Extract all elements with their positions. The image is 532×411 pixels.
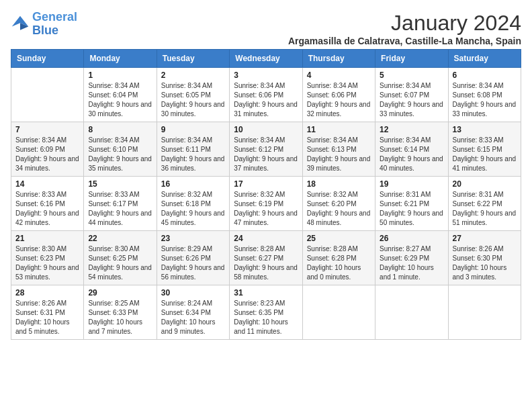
calendar-cell: 1Sunrise: 8:34 AMSunset: 6:04 PMDaylight… [84,68,157,122]
calendar-cell: 10Sunrise: 8:34 AMSunset: 6:12 PMDayligh… [230,122,302,177]
day-number: 23 [161,234,225,243]
day-number: 31 [234,288,298,298]
day-info: Sunrise: 8:27 AMSunset: 6:29 PMDaylight:… [380,244,443,282]
day-number: 25 [307,234,371,243]
calendar-header-wednesday: Wednesday [230,50,302,68]
day-info: Sunrise: 8:34 AMSunset: 6:06 PMDaylight:… [307,81,371,119]
page-header: General Blue January 2024 Argamasilla de… [11,11,521,46]
calendar-week-row: 1Sunrise: 8:34 AMSunset: 6:04 PMDaylight… [11,68,521,122]
calendar-cell: 7Sunrise: 8:34 AMSunset: 6:09 PMDaylight… [11,122,84,177]
calendar-cell: 5Sunrise: 8:34 AMSunset: 6:07 PMDaylight… [375,68,448,122]
day-info: Sunrise: 8:34 AMSunset: 6:08 PMDaylight:… [453,81,517,119]
calendar-cell: 2Sunrise: 8:34 AMSunset: 6:05 PMDaylight… [157,68,229,122]
day-number: 29 [88,288,152,298]
calendar-header-sunday: Sunday [11,50,84,68]
calendar-cell: 13Sunrise: 8:33 AMSunset: 6:15 PMDayligh… [448,122,521,177]
calendar-cell: 15Sunrise: 8:33 AMSunset: 6:17 PMDayligh… [84,177,157,231]
calendar-cell: 22Sunrise: 8:30 AMSunset: 6:25 PMDayligh… [84,231,157,285]
calendar-cell: 24Sunrise: 8:28 AMSunset: 6:27 PMDayligh… [230,231,302,285]
calendar-week-row: 21Sunrise: 8:30 AMSunset: 6:23 PMDayligh… [11,231,521,285]
day-info: Sunrise: 8:30 AMSunset: 6:23 PMDaylight:… [15,244,79,282]
calendar-cell [11,68,84,122]
day-number: 20 [453,179,517,189]
calendar-cell [448,285,521,340]
calendar-cell: 28Sunrise: 8:26 AMSunset: 6:31 PMDayligh… [11,285,84,340]
day-info: Sunrise: 8:34 AMSunset: 6:09 PMDaylight:… [15,136,79,173]
calendar-cell: 30Sunrise: 8:24 AMSunset: 6:34 PMDayligh… [157,285,229,340]
title-block: January 2024 Argamasilla de Calatrava, C… [288,11,521,46]
day-number: 8 [88,125,152,134]
day-number: 3 [234,71,298,80]
day-info: Sunrise: 8:34 AMSunset: 6:04 PMDaylight:… [88,81,152,119]
day-info: Sunrise: 8:24 AMSunset: 6:34 PMDaylight:… [161,299,225,336]
calendar-week-row: 28Sunrise: 8:26 AMSunset: 6:31 PMDayligh… [11,285,521,340]
calendar-cell: 11Sunrise: 8:34 AMSunset: 6:13 PMDayligh… [302,122,375,177]
calendar-cell: 3Sunrise: 8:34 AMSunset: 6:06 PMDaylight… [230,68,302,122]
day-number: 2 [161,71,225,80]
calendar-cell: 6Sunrise: 8:34 AMSunset: 6:08 PMDaylight… [448,68,521,122]
day-number: 9 [161,125,225,134]
calendar-week-row: 7Sunrise: 8:34 AMSunset: 6:09 PMDaylight… [11,122,521,177]
day-number: 18 [307,179,371,189]
day-number: 14 [15,179,79,189]
calendar-cell: 8Sunrise: 8:34 AMSunset: 6:10 PMDaylight… [84,122,157,177]
calendar-header-saturday: Saturday [448,50,521,68]
day-info: Sunrise: 8:31 AMSunset: 6:22 PMDaylight:… [453,190,517,228]
day-number: 12 [380,125,443,134]
calendar-cell: 27Sunrise: 8:26 AMSunset: 6:30 PMDayligh… [448,231,521,285]
day-info: Sunrise: 8:34 AMSunset: 6:13 PMDaylight:… [307,136,371,173]
day-info: Sunrise: 8:28 AMSunset: 6:27 PMDaylight:… [234,244,298,282]
calendar-cell: 20Sunrise: 8:31 AMSunset: 6:22 PMDayligh… [448,177,521,231]
calendar-header-monday: Monday [84,50,157,68]
day-number: 4 [307,71,371,80]
day-info: Sunrise: 8:32 AMSunset: 6:18 PMDaylight:… [161,190,225,228]
calendar-cell: 9Sunrise: 8:34 AMSunset: 6:11 PMDaylight… [157,122,229,177]
calendar-cell: 26Sunrise: 8:27 AMSunset: 6:29 PMDayligh… [375,231,448,285]
calendar-header-friday: Friday [375,50,448,68]
day-number: 16 [161,179,225,189]
calendar-cell: 17Sunrise: 8:32 AMSunset: 6:19 PMDayligh… [230,177,302,231]
calendar-header-thursday: Thursday [302,50,375,68]
day-info: Sunrise: 8:30 AMSunset: 6:25 PMDaylight:… [88,244,152,282]
calendar-cell: 23Sunrise: 8:29 AMSunset: 6:26 PMDayligh… [157,231,229,285]
day-number: 19 [380,179,443,189]
calendar-cell [302,285,375,340]
calendar-table: SundayMondayTuesdayWednesdayThursdayFrid… [11,49,521,340]
day-info: Sunrise: 8:34 AMSunset: 6:07 PMDaylight:… [380,81,443,119]
calendar-cell: 25Sunrise: 8:28 AMSunset: 6:28 PMDayligh… [302,231,375,285]
calendar-cell: 18Sunrise: 8:32 AMSunset: 6:20 PMDayligh… [302,177,375,231]
day-number: 1 [88,71,152,80]
calendar-header-tuesday: Tuesday [157,50,229,68]
day-info: Sunrise: 8:31 AMSunset: 6:21 PMDaylight:… [380,190,443,228]
logo-blue: Blue [32,24,58,37]
day-info: Sunrise: 8:34 AMSunset: 6:12 PMDaylight:… [234,136,298,173]
day-number: 17 [234,179,298,189]
day-number: 13 [453,125,517,134]
calendar-cell: 14Sunrise: 8:33 AMSunset: 6:16 PMDayligh… [11,177,84,231]
day-info: Sunrise: 8:34 AMSunset: 6:11 PMDaylight:… [161,136,225,173]
calendar-cell: 4Sunrise: 8:34 AMSunset: 6:06 PMDaylight… [302,68,375,122]
day-number: 30 [161,288,225,298]
day-info: Sunrise: 8:32 AMSunset: 6:19 PMDaylight:… [234,190,298,228]
day-info: Sunrise: 8:34 AMSunset: 6:14 PMDaylight:… [380,136,443,173]
day-info: Sunrise: 8:33 AMSunset: 6:16 PMDaylight:… [15,190,79,228]
calendar-cell [375,285,448,340]
logo-icon [11,15,30,34]
day-info: Sunrise: 8:25 AMSunset: 6:33 PMDaylight:… [88,299,152,336]
day-number: 11 [307,125,371,134]
day-info: Sunrise: 8:34 AMSunset: 6:06 PMDaylight:… [234,81,298,119]
calendar-cell: 29Sunrise: 8:25 AMSunset: 6:33 PMDayligh… [84,285,157,340]
day-info: Sunrise: 8:33 AMSunset: 6:17 PMDaylight:… [88,190,152,228]
day-info: Sunrise: 8:29 AMSunset: 6:26 PMDaylight:… [161,244,225,282]
calendar-cell: 31Sunrise: 8:23 AMSunset: 6:35 PMDayligh… [230,285,302,340]
day-number: 7 [15,125,79,134]
day-number: 6 [453,71,517,80]
logo: General Blue [11,11,77,38]
day-info: Sunrise: 8:33 AMSunset: 6:15 PMDaylight:… [453,136,517,173]
calendar-cell: 19Sunrise: 8:31 AMSunset: 6:21 PMDayligh… [375,177,448,231]
month-year-title: January 2024 [288,11,521,36]
day-number: 5 [380,71,443,80]
calendar-week-row: 14Sunrise: 8:33 AMSunset: 6:16 PMDayligh… [11,177,521,231]
calendar-cell: 16Sunrise: 8:32 AMSunset: 6:18 PMDayligh… [157,177,229,231]
day-info: Sunrise: 8:26 AMSunset: 6:31 PMDaylight:… [15,299,79,336]
